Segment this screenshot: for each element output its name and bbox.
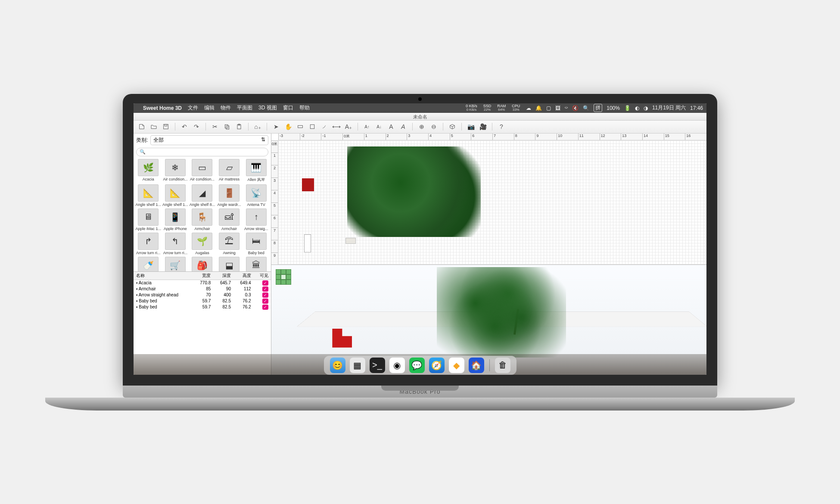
redo-button[interactable]: ↷ — [192, 122, 201, 131]
pan-tool[interactable]: ✋ — [283, 122, 293, 131]
notification-icon[interactable]: 🔔 — [535, 105, 542, 111]
text-increase-button[interactable]: A↑ — [362, 122, 372, 131]
ime-indicator[interactable]: 拼 — [594, 104, 602, 112]
dock-sketch[interactable]: ◆ — [449, 358, 464, 373]
table-row[interactable]: ▪ Baby bed59.782.576.2✓ — [134, 304, 271, 310]
menu-window[interactable]: 窗口 — [283, 104, 293, 112]
text-tool[interactable]: A₊ — [344, 122, 353, 131]
col-height[interactable]: 高度 — [233, 272, 254, 280]
catalog-item[interactable]: 🪑Armchair — [189, 208, 215, 232]
undo-button[interactable]: ↶ — [180, 122, 189, 131]
text-italic-button[interactable]: A — [398, 122, 408, 131]
menu-3d[interactable]: 3D 视图 — [258, 104, 277, 112]
copy-button[interactable] — [222, 122, 232, 131]
table-row[interactable]: ▪ Acacia770.8645.7649.4✓ — [134, 280, 271, 286]
extra-icon2[interactable]: ◑ — [644, 105, 648, 111]
category-select[interactable]: 全部⇅ — [150, 135, 268, 145]
cut-button[interactable]: ✂ — [210, 122, 220, 131]
col-name[interactable]: 名称 — [134, 272, 193, 280]
col-depth[interactable]: 深度 — [213, 272, 233, 280]
view3d-button[interactable] — [448, 122, 457, 131]
dimension-tool[interactable]: ⟷ — [332, 122, 341, 131]
col-visible[interactable]: 可见 — [254, 272, 271, 280]
catalog-search-input[interactable] — [136, 148, 268, 156]
catalog-item[interactable]: 🏛 — [243, 257, 269, 271]
catalog-item[interactable]: ↱Arrow turn ri... — [135, 233, 162, 256]
menu-help[interactable]: 帮助 — [299, 104, 310, 112]
catalog-item[interactable]: ▱Air mattress — [216, 159, 243, 184]
dock-finder[interactable]: 😊 — [330, 358, 345, 373]
catalog-item[interactable]: 📐Angle shelf 1... — [162, 184, 189, 208]
catalog-item[interactable]: 🛋Armchair — [216, 208, 243, 232]
plan-grid[interactable] — [278, 140, 706, 265]
video-button[interactable]: 🎥 — [478, 122, 488, 131]
app-name[interactable]: Sweet Home 3D — [143, 105, 182, 111]
nav-compass[interactable] — [276, 269, 291, 285]
save-doc-button[interactable] — [161, 122, 171, 131]
help-button[interactable]: ? — [497, 122, 506, 131]
furniture-catalog[interactable]: 🌿Acacia❄Air condition...▭Air condition..… — [134, 157, 271, 271]
pointer-tool[interactable]: ➤ — [271, 122, 281, 131]
catalog-item[interactable]: ⬓ — [216, 257, 243, 271]
extra-icon[interactable]: ◐ — [635, 105, 639, 111]
dock-trash[interactable]: 🗑 — [495, 358, 510, 373]
catalog-item[interactable]: 🚪Angle wardr... — [216, 184, 243, 208]
photo-button[interactable]: 📷 — [466, 122, 476, 131]
plan-item-armchair[interactable] — [302, 178, 314, 191]
time[interactable]: 17:46 — [690, 105, 703, 111]
catalog-item[interactable]: 🛒 — [162, 257, 189, 271]
battery-text[interactable]: 100% — [607, 105, 620, 111]
menu-plan[interactable]: 平面图 — [237, 104, 252, 112]
catalog-item[interactable]: ⛱Awning — [216, 233, 243, 256]
plan-item-acacia[interactable] — [347, 146, 481, 237]
add-furniture-button[interactable]: ⌂₊ — [253, 122, 262, 131]
wifi-icon[interactable]: ⌔ — [565, 105, 568, 111]
wechat-menubar-icon[interactable]: ☁ — [526, 105, 531, 111]
catalog-item[interactable]: 📐Angle shelf 1... — [135, 184, 162, 208]
catalog-item[interactable]: ↑Arrow straig... — [243, 208, 269, 232]
room-tool[interactable] — [308, 122, 317, 131]
catalog-item[interactable]: 🖥Apple iMac 1... — [135, 208, 162, 232]
catalog-item[interactable]: ↰Arrow turn ri... — [162, 233, 189, 256]
catalog-item[interactable]: 📱Apple iPhone — [162, 208, 189, 232]
catalog-item[interactable]: 🍼 — [135, 257, 162, 271]
photo-icon[interactable]: 🖼 — [555, 105, 560, 111]
catalog-item[interactable]: 🛏Baby bed — [243, 233, 269, 256]
dock-safari[interactable]: 🧭 — [429, 358, 445, 373]
menu-file[interactable]: 文件 — [188, 104, 198, 112]
catalog-item[interactable]: 📡Antena TV — [243, 184, 269, 208]
plan-view[interactable]: -3-2-10米12345678910111213141516 0米123456… — [271, 134, 706, 265]
3d-tree[interactable] — [437, 267, 566, 358]
catalog-item[interactable]: ▭Air condition... — [189, 159, 215, 184]
table-row[interactable]: ▪ Armchair8590112✓ — [134, 286, 271, 292]
catalog-item[interactable]: ◢Angle shelf 8... — [189, 184, 215, 208]
text-normal-button[interactable]: A — [386, 122, 396, 131]
table-row[interactable]: ▪ Baby bed59.782.576.2✓ — [134, 298, 271, 304]
catalog-item[interactable]: 🎒 — [189, 257, 215, 271]
search-icon[interactable]: 🔍 — [583, 105, 589, 111]
plan-item-babybed[interactable] — [345, 238, 356, 244]
dock-terminal[interactable]: >_ — [370, 358, 385, 373]
catalog-item[interactable]: 🌿Acacia — [135, 159, 162, 184]
3d-armchair[interactable] — [332, 329, 352, 348]
open-doc-button[interactable] — [149, 122, 159, 131]
mute-icon[interactable]: 🔇 — [572, 105, 579, 111]
wall-tool[interactable] — [296, 122, 305, 131]
new-doc-button[interactable] — [137, 122, 146, 131]
menu-edit[interactable]: 编辑 — [204, 104, 215, 112]
display-icon[interactable]: ▢ — [546, 105, 551, 111]
catalog-item[interactable]: 🌱Augalas — [189, 233, 215, 256]
dock-sweethome3d[interactable]: 🏠 — [469, 358, 484, 373]
polyline-tool[interactable]: ⟋ — [320, 122, 329, 131]
date[interactable]: 11月19日 周六 — [652, 104, 686, 112]
dock-launchpad[interactable]: ▦ — [350, 358, 365, 373]
zoom-out-button[interactable]: ⊖ — [429, 122, 439, 131]
text-decrease-button[interactable]: A↓ — [374, 122, 384, 131]
col-width[interactable]: 宽度 — [193, 272, 214, 280]
catalog-item[interactable]: ❄Air condition... — [162, 159, 189, 184]
plan-item-arrow[interactable] — [304, 234, 311, 252]
catalog-item[interactable]: 🎹Allen 风琴 — [243, 159, 269, 184]
dock-wechat[interactable]: 💬 — [409, 358, 425, 373]
menu-object[interactable]: 物件 — [221, 104, 231, 112]
zoom-in-button[interactable]: ⊕ — [417, 122, 426, 131]
